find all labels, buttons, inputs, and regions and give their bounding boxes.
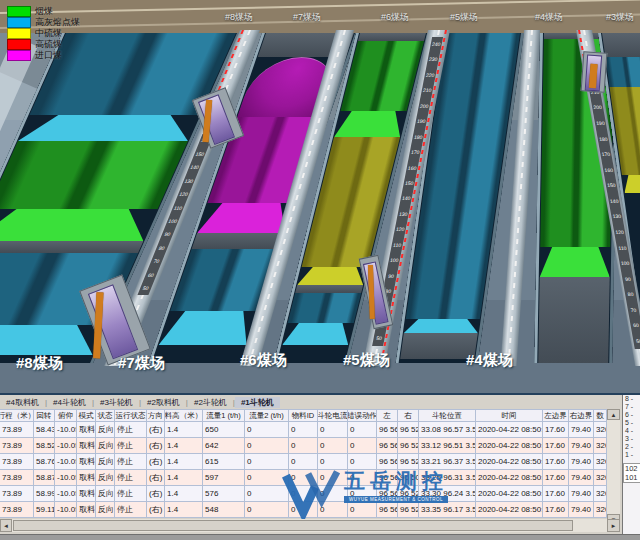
- table-cell: 取料: [77, 438, 96, 454]
- tab-#3斗轮机[interactable]: #3斗轮机: [94, 397, 139, 408]
- table-cell: 0: [289, 502, 318, 518]
- pile-end-face: [540, 247, 611, 277]
- table-cell: (右): [147, 486, 165, 502]
- table-cell: 96 50: [398, 470, 419, 486]
- table-cell: 73.89: [0, 470, 34, 486]
- col-header: 右: [398, 409, 419, 422]
- table-cell: 79.40: [569, 454, 594, 470]
- table-cell: 停止: [115, 422, 147, 438]
- col-header: 料高（米）: [165, 409, 203, 422]
- table-cell: 0: [245, 470, 289, 486]
- table-row[interactable]: 73.8958.99-10.05取料反向停止(右)1.4576000096 56…: [0, 486, 607, 502]
- table-cell: 1.4: [165, 502, 203, 518]
- side-list-item[interactable]: 6 -: [623, 411, 640, 419]
- side-list-item[interactable]: 2 -: [623, 443, 640, 451]
- side-list-item[interactable]: 7 -: [623, 403, 640, 411]
- table-cell: 33.08 96.57 3.58: [419, 422, 476, 438]
- vertical-scrollbar[interactable]: ▲ ▼: [607, 409, 620, 525]
- scroll-up-button[interactable]: ▲: [607, 409, 620, 420]
- table-cell: 320: [594, 486, 607, 502]
- table-cell: 0: [318, 438, 348, 454]
- table-cell: 96 56: [377, 422, 398, 438]
- table-cell: -10.05: [55, 470, 77, 486]
- table-cell: 79.40: [569, 486, 594, 502]
- pile-end-face: [0, 325, 106, 355]
- pile-end-face: [0, 209, 158, 241]
- table-cell: 0: [348, 502, 377, 518]
- table-cell: 96 56: [377, 454, 398, 470]
- pile-end-face: [622, 175, 640, 193]
- col-header: 俯仰: [55, 409, 77, 422]
- table-row[interactable]: 73.8958.43-10.05取料反向停止(右)1.4650000096 56…: [0, 422, 607, 438]
- table-cell: 0: [318, 470, 348, 486]
- table-cell: -10.05: [55, 422, 77, 438]
- tab-#4取料机[interactable]: #4取料机: [0, 397, 45, 408]
- table-cell: 0: [245, 502, 289, 518]
- tab-#2斗轮机[interactable]: #2斗轮机: [188, 397, 233, 408]
- table-row[interactable]: 73.8959.11-10.05取料反向停止(右)1.4548000096 56…: [0, 502, 607, 518]
- col-header: 模式: [77, 409, 96, 422]
- table-cell: 0: [245, 422, 289, 438]
- legend-color-swatch: [7, 39, 31, 50]
- table-cell: 反向: [96, 438, 115, 454]
- table-cell: 1.4: [165, 438, 203, 454]
- table-cell: 33.30 96.24 3.58: [419, 486, 476, 502]
- table-cell: 反向: [96, 486, 115, 502]
- table-cell: 0: [289, 422, 318, 438]
- side-code-item: 101: [624, 473, 640, 482]
- side-list-item[interactable]: 1 -: [623, 451, 640, 459]
- col-header: 状态: [96, 409, 115, 422]
- side-list-item[interactable]: 5 -: [623, 419, 640, 427]
- pile-body: [0, 141, 188, 209]
- table-cell: 取料: [77, 502, 96, 518]
- table-cell: 1.4: [165, 486, 203, 502]
- table-cell: 停止: [115, 438, 147, 454]
- table-row[interactable]: 73.8958.76-10.05取料反向停止(右)1.4615000096 56…: [0, 454, 607, 470]
- table-cell: 0: [318, 454, 348, 470]
- side-list-item[interactable]: 4 -: [623, 427, 640, 435]
- yard-label-top: #8煤场: [225, 11, 253, 24]
- table-cell: 17.60: [543, 454, 569, 470]
- table-cell: (右): [147, 438, 165, 454]
- tab-#1斗轮机[interactable]: #1斗轮机: [235, 397, 280, 408]
- table-cell: 反向: [96, 502, 115, 518]
- table-cell: 96 56: [377, 486, 398, 502]
- table-cell: 取料: [77, 486, 96, 502]
- table-cell: 2020-04-22 08:50:34: [476, 486, 543, 502]
- table-cell: 0: [289, 438, 318, 454]
- table-row[interactable]: 73.8958.87-10.05取料反向停止(右)1.4597000096 56…: [0, 470, 607, 486]
- table-cell: 0: [289, 486, 318, 502]
- table-cell: 96 52: [398, 486, 419, 502]
- empty-pad: [538, 277, 610, 363]
- table-cell: 58.43: [34, 422, 55, 438]
- scroll-right-button[interactable]: ►: [607, 519, 620, 532]
- side-list-item[interactable]: 3 -: [623, 435, 640, 443]
- empty-pad: [602, 33, 640, 57]
- table-cell: 停止: [115, 470, 147, 486]
- col-header: 斗轮电流: [318, 409, 348, 422]
- side-list-item[interactable]: 8 -: [623, 395, 640, 403]
- table-cell: 58.99: [34, 486, 55, 502]
- table-cell: 17.60: [543, 486, 569, 502]
- data-panel: #4取料机|#4斗轮机|#3斗轮机|#2取料机|#2斗轮机|#1斗轮机 行程（米…: [0, 393, 640, 540]
- table-cell: 反向: [96, 470, 115, 486]
- scroll-left-button[interactable]: ◄: [0, 519, 12, 532]
- table-row[interactable]: 73.8958.52-10.05取料反向停止(右)1.4642000096 56…: [0, 438, 607, 454]
- yard-label-bottom: #4煤场: [466, 351, 513, 370]
- col-header: 运行状态: [115, 409, 147, 422]
- table-cell: 548: [203, 502, 245, 518]
- tab-#4斗轮机[interactable]: #4斗轮机: [47, 397, 92, 408]
- pile-end-face: [282, 323, 353, 345]
- table-cell: 96 52: [398, 454, 419, 470]
- table-cell: 73.89: [0, 486, 34, 502]
- machine-tab-bar: #4取料机|#4斗轮机|#3斗轮机|#2取料机|#2斗轮机|#1斗轮机: [0, 395, 620, 409]
- tab-#2取料机[interactable]: #2取料机: [141, 397, 186, 408]
- col-header: 方向: [147, 409, 165, 422]
- coal-yard-3d-view: 1601501401301201101009080706050 24023022…: [0, 0, 640, 395]
- yard-label-top: #7煤场: [293, 11, 321, 24]
- table-cell: 58.52: [34, 438, 55, 454]
- pile-body: [288, 293, 361, 323]
- pile-end-face: [18, 115, 200, 141]
- yard-label-top: #5煤场: [450, 11, 478, 24]
- horizontal-scroll-thumb[interactable]: [13, 520, 573, 531]
